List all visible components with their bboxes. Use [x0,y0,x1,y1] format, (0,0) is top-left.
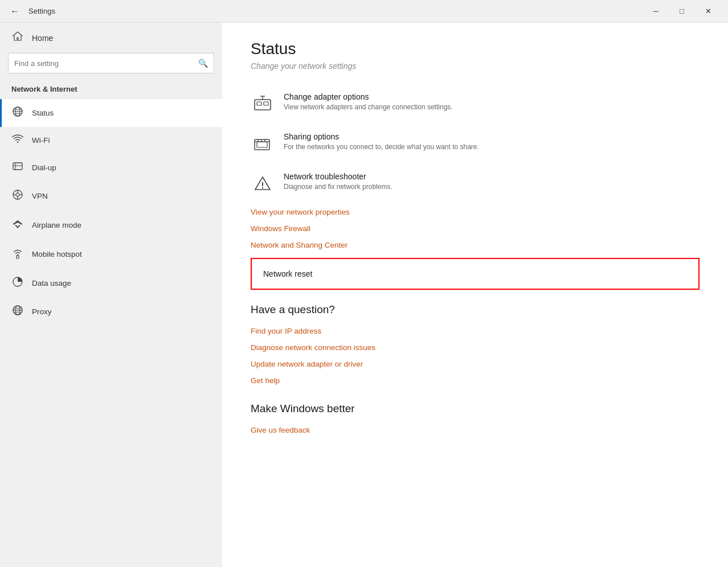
sidebar-item-wifi[interactable]: Wi-Fi [0,127,222,154]
sidebar-item-vpn-label: VPN [32,192,48,200]
network-reset-box[interactable]: Network reset [251,258,700,290]
troubleshooter-text: Network troubleshooter Diagnose and fix … [284,172,392,191]
adapter-text: Change adapter options View network adap… [284,92,453,111]
search-input[interactable] [14,59,198,68]
settings-item-troubleshooter[interactable]: Network troubleshooter Diagnose and fix … [251,164,700,204]
svg-rect-3 [13,163,22,170]
titlebar-title: Settings [28,7,55,15]
sharing-title: Sharing options [284,132,479,141]
svg-rect-18 [257,102,261,105]
svg-rect-12 [17,256,19,258]
troubleshooter-title: Network troubleshooter [284,172,392,181]
hotspot-icon [11,246,24,262]
search-box: 🔍 [8,53,214,73]
status-icon [11,106,24,120]
make-better-title: Make Windows better [251,402,700,415]
sidebar-item-home[interactable]: Home [0,23,222,53]
have-question-title: Have a question? [251,303,700,316]
data-icon [11,276,24,291]
app-body: Home 🔍 Network & Internet Status [0,23,728,567]
firewall-link[interactable]: Windows Firewall [251,220,700,237]
proxy-icon [11,305,24,319]
feedback-link[interactable]: Give us feedback [251,422,700,438]
home-icon [11,31,24,45]
change-network-heading: Change your network settings [251,61,700,71]
back-button[interactable]: ← [7,3,23,19]
sharing-icon [251,132,275,156]
minimize-button[interactable]: ─ [643,0,669,23]
dialup-icon [11,161,24,175]
airplane-icon [11,217,24,233]
network-props-link[interactable]: View your network properties [251,204,700,220]
find-ip-link[interactable]: Find your IP address [251,323,700,339]
troubleshooter-desc: Diagnose and fix network problems. [284,183,392,191]
sidebar-item-data[interactable]: Data usage [0,269,222,298]
adapter-desc: View network adapters and change connect… [284,103,453,111]
settings-item-sharing[interactable]: Sharing options For the networks you con… [251,124,700,164]
sidebar-item-dialup[interactable]: Dial-up [0,154,222,182]
sidebar-item-wifi-label: Wi-Fi [32,136,50,145]
sidebar-item-vpn[interactable]: VPN [0,182,222,211]
vpn-icon [11,188,24,204]
sidebar-item-proxy[interactable]: Proxy [0,298,222,326]
sidebar-item-airplane[interactable]: Airplane mode [0,211,222,240]
adapter-icon [251,92,275,116]
sidebar-item-proxy-label: Proxy [32,307,52,316]
svg-point-29 [262,187,263,188]
maximize-button[interactable]: □ [669,0,695,23]
sidebar-item-hotspot-label: Mobile hotspot [32,250,82,258]
close-button[interactable]: ✕ [695,0,721,23]
svg-point-7 [16,193,19,196]
sidebar-item-status[interactable]: Status [0,99,222,127]
warning-icon [251,172,275,196]
get-help-link[interactable]: Get help [251,372,700,389]
sharing-text: Sharing options For the networks you con… [284,132,479,151]
window-controls: ─ □ ✕ [643,0,721,23]
sharing-desc: For the networks you connect to, decide … [284,143,479,151]
sidebar-section-title: Network & Internet [0,83,222,99]
sharing-center-link[interactable]: Network and Sharing Center [251,237,700,253]
settings-item-adapter[interactable]: Change adapter options View network adap… [251,84,700,124]
page-title: Status [251,40,700,58]
search-icon: 🔍 [198,59,208,68]
titlebar: ← Settings ─ □ ✕ [0,0,728,23]
home-label: Home [32,34,53,43]
sidebar-item-airplane-label: Airplane mode [32,221,81,229]
update-adapter-link[interactable]: Update network adapter or driver [251,356,700,372]
sidebar-item-dialup-label: Dial-up [32,163,56,172]
wifi-icon [11,134,24,147]
sidebar: Home 🔍 Network & Internet Status [0,23,222,567]
adapter-title: Change adapter options [284,92,453,101]
content-area: Status Change your network settings Chan… [222,23,728,567]
network-reset-label: Network reset [263,269,312,278]
sidebar-item-data-label: Data usage [32,279,71,287]
svg-rect-23 [257,142,267,147]
svg-rect-19 [264,102,268,105]
sidebar-item-hotspot[interactable]: Mobile hotspot [0,240,222,269]
sidebar-item-status-label: Status [32,109,54,117]
diagnose-link[interactable]: Diagnose network connection issues [251,339,700,356]
